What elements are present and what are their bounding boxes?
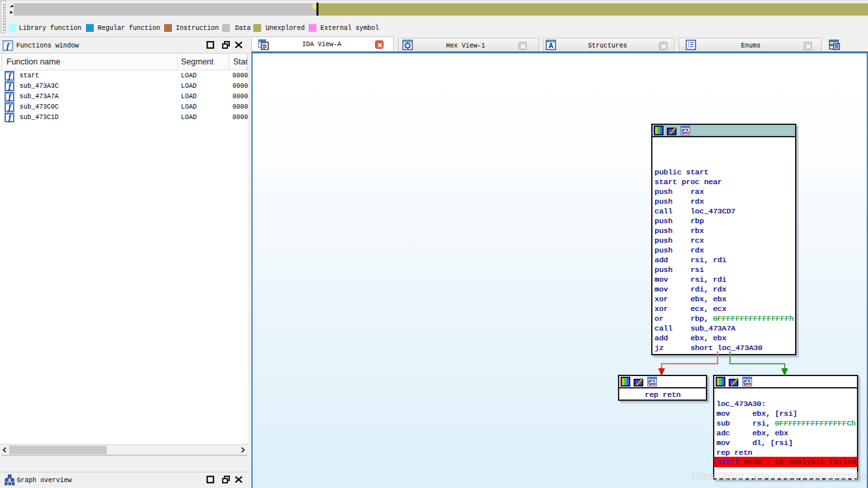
svg-text:A: A	[548, 42, 553, 49]
